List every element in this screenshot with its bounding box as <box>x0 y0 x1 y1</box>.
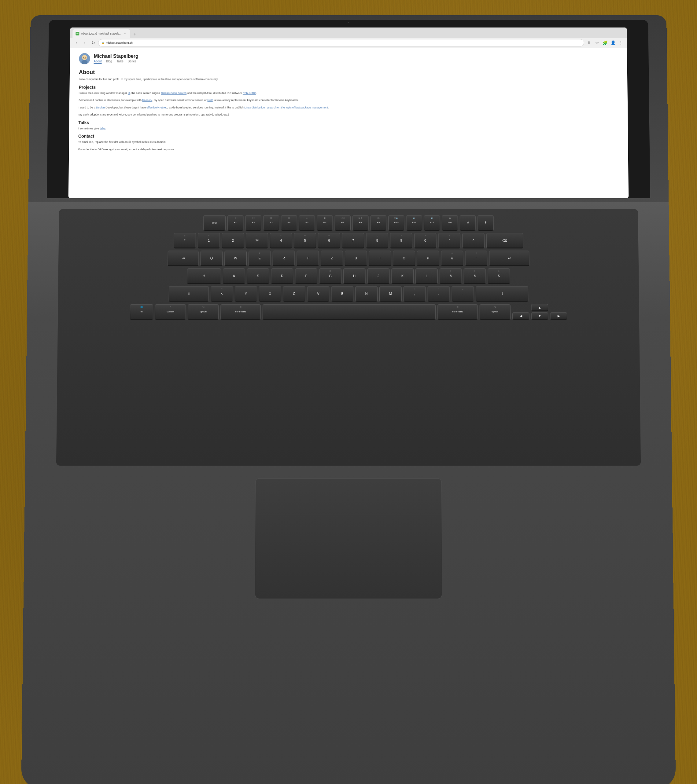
f5-key[interactable]: ⌕F5 <box>299 216 315 231</box>
nav-blog[interactable]: Blog <box>106 59 112 64</box>
z-key[interactable]: Z <box>321 250 343 266</box>
f12-key[interactable]: 🔊F12 <box>424 216 440 231</box>
refresh-button[interactable]: ↻ <box>89 39 97 46</box>
right-option-key[interactable]: ⌥ option <box>480 304 510 320</box>
2-key[interactable]: "2 <box>221 233 244 249</box>
share-button[interactable]: ⬆ <box>585 39 593 46</box>
trackpad[interactable] <box>254 478 442 599</box>
6-key[interactable]: &6 <box>318 233 340 249</box>
f3-key[interactable]: ⊞F3 <box>263 216 279 231</box>
tab-key[interactable]: ⇥ <box>167 250 198 266</box>
x-key[interactable]: X <box>259 286 281 302</box>
9-key[interactable]: )9 <box>390 233 412 249</box>
apostrophe-key[interactable]: ?' <box>438 233 461 249</box>
caret-key[interactable]: `^ <box>462 233 484 249</box>
profile-button[interactable]: 👤 <box>609 39 617 46</box>
dcs-link[interactable]: Debian Code Search <box>161 91 187 94</box>
delete-key[interactable]: ⏏Del <box>442 216 458 231</box>
right-shift-key[interactable]: ⇧ <box>476 286 528 302</box>
3-key[interactable]: *3# <box>246 233 268 249</box>
i-key[interactable]: I <box>369 250 391 266</box>
comma-key[interactable]: ;, <box>403 286 426 302</box>
o-key[interactable]: O <box>393 250 415 266</box>
f2-key[interactable]: ☀☀F2 <box>245 216 261 231</box>
d-key[interactable]: D <box>271 268 293 284</box>
nav-about[interactable]: About <box>94 59 101 64</box>
caps-lock-key[interactable]: ⇪ <box>187 268 221 284</box>
right-command-key[interactable]: ⌘ command <box>438 304 478 320</box>
debian-link[interactable]: Debian <box>96 106 105 109</box>
menu-button[interactable]: ⋮ <box>617 39 624 46</box>
period-key[interactable]: :. <box>428 286 450 302</box>
f10-key[interactable]: ✕🔈F10 <box>388 216 405 231</box>
f9-key[interactable]: ▷▷F9 <box>370 216 386 231</box>
w-key[interactable]: W <box>225 250 247 266</box>
n-key[interactable]: N <box>355 286 378 302</box>
left-option-key[interactable]: ⌥ option <box>188 304 218 320</box>
left-arrow-key[interactable]: ◀ <box>512 312 530 320</box>
right-arrow-key[interactable]: ▶ <box>550 312 567 320</box>
dollar-key[interactable]: £$ <box>487 268 510 284</box>
return-key[interactable]: ↩ <box>489 250 530 266</box>
diaeresis-key[interactable]: !¨ <box>465 250 487 266</box>
hyphen-key[interactable]: _- <box>451 286 474 302</box>
print-key[interactable]: ⎙ <box>460 216 476 231</box>
8-key[interactable]: (8 <box>366 233 388 249</box>
m-key[interactable]: M <box>379 286 402 302</box>
kinx-link[interactable]: kinX <box>208 99 213 102</box>
nav-talks[interactable]: Talks <box>116 59 124 64</box>
k-key[interactable]: K <box>391 268 414 284</box>
fast-package-link[interactable]: Linux distribution research on the topic… <box>244 106 328 109</box>
7-key[interactable]: /7 <box>342 233 364 249</box>
g-key[interactable]: @G <box>319 268 342 284</box>
back-button[interactable]: ‹ <box>73 39 80 46</box>
l-key[interactable]: L <box>415 268 438 284</box>
a-key[interactable]: A <box>223 268 245 284</box>
f6-key[interactable]: ◐F6 <box>317 216 333 231</box>
s-key[interactable]: S <box>247 268 269 284</box>
v-key[interactable]: V <box>307 286 330 302</box>
b-key[interactable]: B <box>331 286 353 302</box>
umlaut-o-key[interactable]: éö <box>439 268 462 284</box>
5-key[interactable]: %5 <box>294 233 316 249</box>
c-key[interactable]: C <box>283 286 306 302</box>
0-key[interactable]: =0 <box>414 233 436 249</box>
pgup-key[interactable]: ⇞ <box>477 216 494 231</box>
freeserv-link[interactable]: freeserv <box>142 99 152 102</box>
h-key[interactable]: H <box>343 268 366 284</box>
f-key[interactable]: F <box>295 268 317 284</box>
r-key[interactable]: R <box>273 250 295 266</box>
backspace-key[interactable]: ⌫ <box>486 233 524 249</box>
control-key[interactable]: ⌃ control <box>155 304 186 320</box>
talks-link[interactable]: talks <box>100 127 106 130</box>
f1-key[interactable]: ☀F1 <box>228 216 244 231</box>
left-shift-key[interactable]: ⇧ <box>169 286 209 302</box>
section-key[interactable]: §° <box>173 233 196 249</box>
address-bar[interactable]: 🔒 michael.stapelberg.ch <box>98 39 584 46</box>
e-key[interactable]: €E <box>249 250 271 266</box>
down-arrow-key[interactable]: ▼ <box>531 312 548 320</box>
umlaut-a-key[interactable]: àä <box>464 268 486 284</box>
space-key[interactable] <box>263 304 436 320</box>
esc-key[interactable]: esc <box>203 216 226 231</box>
new-tab-button[interactable]: + <box>131 30 139 38</box>
tab-close-button[interactable]: ✕ <box>123 32 127 35</box>
umlaut-u-key[interactable]: èü <box>441 250 463 266</box>
retired-link[interactable]: effectively retired <box>147 106 167 109</box>
u-key[interactable]: U <box>345 250 367 266</box>
q-key[interactable]: Q <box>200 250 223 266</box>
up-arrow-key[interactable]: ▲ <box>531 304 548 312</box>
robustirc-link[interactable]: RobustIRC <box>243 91 256 94</box>
bookmark-button[interactable]: ☆ <box>593 39 601 46</box>
j-key[interactable]: J <box>367 268 390 284</box>
f7-key[interactable]: ◁◁F7 <box>335 216 351 231</box>
p-key[interactable]: P <box>417 250 439 266</box>
f11-key[interactable]: 🔉F11 <box>406 216 422 231</box>
y-key[interactable]: Y <box>235 286 257 302</box>
forward-button[interactable]: › <box>81 39 88 46</box>
browser-tab-active[interactable]: M About (2017) - Michael Stapelb... ✕ <box>73 29 130 38</box>
fn-modifier-key[interactable]: 🌐 fn <box>130 304 153 320</box>
t-key[interactable]: T <box>297 250 319 266</box>
nav-series[interactable]: Series <box>128 59 137 64</box>
f4-key[interactable]: ⊡F4 <box>281 216 297 231</box>
